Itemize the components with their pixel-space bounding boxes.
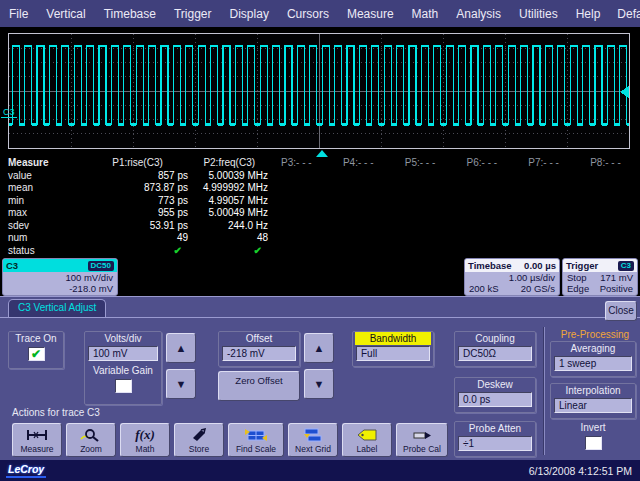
variable-gain-checkbox[interactable] xyxy=(115,379,132,393)
measure-col-p1[interactable]: P1:rise(C3) xyxy=(88,157,192,170)
action-zoom-button[interactable]: Zoom xyxy=(66,423,116,457)
cell-mean-p2: 4.999992 MHz xyxy=(192,182,270,195)
channel-title: C3 xyxy=(6,260,18,271)
measure-col-p5[interactable]: P5:- - - xyxy=(393,157,455,170)
table-row: max 955 ps 5.00049 MHz xyxy=(0,207,640,220)
measure-col-p2[interactable]: P2:freq(C3) xyxy=(191,157,269,170)
deskew-label: Deskew xyxy=(455,378,535,391)
offset-group: Offset -218 mV xyxy=(218,331,300,367)
measure-col-p4[interactable]: P4:- - - xyxy=(331,157,393,170)
interpolation-label: Interpolation xyxy=(551,384,635,397)
deskew-group: Deskew 0.0 ps xyxy=(454,377,536,413)
preprocessing-title: Pre-Processing xyxy=(552,329,638,340)
plot-area: C3 xyxy=(0,32,640,157)
averaging-field[interactable]: 1 sweep xyxy=(554,356,632,371)
vertical-adjust-dialog: C3 Vertical Adjust Close Trace On ✔ Volt… xyxy=(0,296,640,460)
coupling-badge: DC50 xyxy=(88,261,114,271)
menu-measure[interactable]: Measure xyxy=(338,7,403,21)
measure-col-p7[interactable]: P7:- - - xyxy=(516,157,578,170)
offset-label: Offset xyxy=(219,332,299,345)
lecroy-logo: LeCroy xyxy=(6,463,46,478)
down-arrow-icon: ▼ xyxy=(176,378,187,390)
volts-div-down-button[interactable]: ▼ xyxy=(166,369,196,399)
trigger-mode: Stop xyxy=(567,272,587,283)
trigger-level-marker[interactable] xyxy=(620,86,629,98)
channel-c3-descriptor[interactable]: C3 DC50 100 mV/div -218.0 mV xyxy=(2,258,118,296)
bandwidth-field[interactable]: Full xyxy=(356,346,430,361)
timebase-delay: 0.00 µs xyxy=(524,260,556,271)
up-arrow-icon: ▲ xyxy=(314,342,325,354)
row-label: max xyxy=(0,207,88,220)
offset-down-button[interactable]: ▼ xyxy=(304,369,334,399)
zero-offset-button[interactable]: Zero Offset xyxy=(218,371,300,401)
channel-trace-tag[interactable]: C3 xyxy=(1,107,17,118)
menu-vertical[interactable]: Vertical xyxy=(37,7,94,21)
find-scale-icon xyxy=(229,426,283,444)
offset-up-button[interactable]: ▲ xyxy=(304,333,334,363)
menu-bar: File Vertical Timebase Trigger Display C… xyxy=(0,0,640,27)
action-find-scale-button[interactable]: Find Scale xyxy=(228,423,284,457)
waveform-svg xyxy=(9,34,629,148)
measure-col-p3[interactable]: P3:- - - xyxy=(269,157,331,170)
row-label: status xyxy=(0,245,88,258)
trace-on-checkbox[interactable]: ✔ xyxy=(28,347,45,361)
coupling-field[interactable]: DC50Ω xyxy=(458,346,532,361)
action-probe-cal-button[interactable]: Probe Cal xyxy=(396,423,448,457)
tab-c3-vertical-adjust[interactable]: C3 Vertical Adjust xyxy=(8,299,106,317)
datetime-display: 6/13/2008 4:12:51 PM xyxy=(529,465,632,477)
probe-atten-field[interactable]: ÷1 xyxy=(458,436,532,451)
action-label-button[interactable]: Label xyxy=(342,423,392,457)
actions-for-trace-label: Actions for trace C3 xyxy=(12,407,100,418)
row-label: value xyxy=(0,170,88,183)
timebase-descriptor[interactable]: Timebase 0.00 µs 1.00 µs/div 200 kS 20 G… xyxy=(464,258,560,296)
bandwidth-group: Bandwidth Full xyxy=(352,331,434,367)
action-next-grid-button[interactable]: Next Grid xyxy=(288,423,338,457)
row-label: mean xyxy=(0,182,88,195)
cell-min-p1: 773 ps xyxy=(88,195,192,208)
status-ok-icon: ✔ xyxy=(88,245,192,258)
action-math-button[interactable]: f(x) Math xyxy=(120,423,170,457)
menu-trigger[interactable]: Trigger xyxy=(165,7,221,21)
menu-utilities[interactable]: Utilities xyxy=(510,7,567,21)
variable-gain-label: Variable Gain xyxy=(85,364,161,377)
menu-help[interactable]: Help xyxy=(567,7,610,21)
trigger-descriptor[interactable]: Trigger C3 Stop 171 mV Edge Positive xyxy=(562,258,638,296)
timebase-scale: 1.00 µs/div xyxy=(465,272,559,283)
menu-math[interactable]: Math xyxy=(403,7,448,21)
cell-num-p1: 49 xyxy=(88,232,192,245)
close-button[interactable]: Close xyxy=(605,301,637,321)
default-setup-button[interactable]: Default xyxy=(609,7,640,21)
volts-div-up-button[interactable]: ▲ xyxy=(166,333,196,363)
cell-sdev-p1: 53.91 ps xyxy=(88,220,192,233)
deskew-field[interactable]: 0.0 ps xyxy=(458,392,532,407)
menu-display[interactable]: Display xyxy=(221,7,278,21)
zoom-icon xyxy=(67,426,115,444)
invert-label: Invert xyxy=(550,421,636,434)
measure-col-p6[interactable]: P6:- - - xyxy=(455,157,517,170)
menu-timebase[interactable]: Timebase xyxy=(95,7,165,21)
measure-col-p8[interactable]: P8:- - - xyxy=(578,157,640,170)
timebase-rate: 20 GS/s xyxy=(521,283,555,294)
row-label: sdev xyxy=(0,220,88,233)
label-tag-icon xyxy=(343,426,391,444)
table-row: mean 873.87 ps 4.999992 MHz xyxy=(0,182,640,195)
interpolation-field[interactable]: Linear xyxy=(554,398,632,413)
trigger-position-marker[interactable] xyxy=(316,150,328,157)
volts-div-group: Volts/div 100 mV Variable Gain xyxy=(84,331,162,405)
action-measure-button[interactable]: Measure xyxy=(12,423,62,457)
cell-mean-p1: 873.87 ps xyxy=(88,182,192,195)
invert-checkbox[interactable] xyxy=(585,436,602,450)
cell-value-p1: 857 ps xyxy=(88,170,192,183)
volts-div-field[interactable]: 100 mV xyxy=(88,346,158,361)
menu-file[interactable]: File xyxy=(0,7,37,21)
trigger-type: Edge xyxy=(567,283,589,294)
action-store-button[interactable]: Store xyxy=(174,423,224,457)
measure-title: Measure xyxy=(0,157,88,170)
status-ok-icon: ✔ xyxy=(192,245,270,258)
waveform-grid xyxy=(8,33,630,149)
menu-analysis[interactable]: Analysis xyxy=(447,7,510,21)
menu-cursors[interactable]: Cursors xyxy=(278,7,338,21)
table-row: num 49 48 xyxy=(0,232,640,245)
measure-icon xyxy=(13,426,61,444)
offset-field[interactable]: -218 mV xyxy=(222,346,296,361)
